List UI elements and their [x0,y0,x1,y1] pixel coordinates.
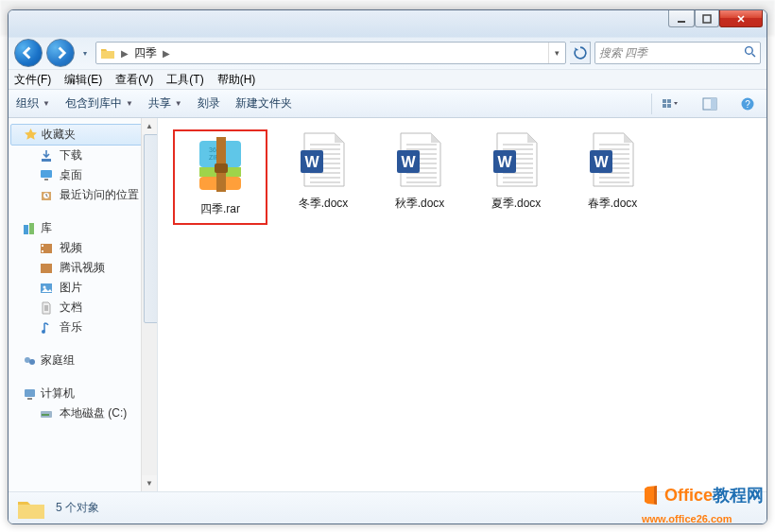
menu-bar: 文件(F) 编辑(E) 查看(V) 工具(T) 帮助(H) [9,69,766,90]
breadcrumb-dropdown[interactable]: ▾ [548,43,565,63]
svg-rect-27 [25,389,35,397]
svg-point-23 [43,285,46,288]
word-document-icon: W [293,129,353,190]
scroll-thumb[interactable] [144,134,158,323]
svg-rect-28 [27,398,32,400]
menu-help[interactable]: 帮助(H) [217,72,256,88]
breadcrumb-sep-icon: ▶ [161,48,172,59]
history-dropdown[interactable]: ▾ [78,43,92,62]
star-icon [23,128,38,143]
sidebar-item-downloads[interactable]: 下载 [9,146,157,165]
folder-icon [98,43,117,62]
word-document-icon: W [486,129,546,190]
tb-new-folder[interactable]: 新建文件夹 [235,95,292,112]
svg-rect-19 [42,245,43,247]
menu-tools[interactable]: 工具(T) [166,72,203,88]
svg-text:W: W [594,154,609,170]
status-count: 5 个对象 [56,500,99,516]
sidebar-item-pictures[interactable]: 图片 [9,278,157,298]
file-name-label: 春季.docx [588,196,638,212]
homegroup-icon [22,353,37,369]
svg-rect-20 [42,250,43,252]
maximize-button[interactable] [695,10,719,27]
sidebar-item-videos[interactable]: 视频 [9,238,157,258]
svg-point-24 [42,330,45,334]
svg-text:?: ? [745,99,750,110]
svg-rect-4 [667,99,671,103]
breadcrumb-sep-icon: ▶ [119,48,130,59]
svg-text:W: W [401,154,416,170]
watermark: Office教程网 www.office26.com [642,484,764,526]
file-name-label: 四季.rar [200,201,240,217]
svg-rect-3 [663,99,666,103]
computer-icon [22,386,37,402]
file-list[interactable]: 360 ZIP 四季.rar W 冬季.docx W 秋季.docx W 夏季.… [158,118,766,491]
breadcrumb[interactable]: ▶ 四季 ▶ ▾ [95,42,566,64]
svg-rect-5 [663,104,666,108]
toolbar: 组织▼ 包含到库中▼ 共享▼ 刻录 新建文件夹 ? [9,90,766,118]
svg-rect-8 [711,98,716,110]
file-item[interactable]: W 春季.docx [572,129,653,225]
word-document-icon: W [582,129,643,190]
sidebar-item-recent[interactable]: 最近访问的位置 [9,185,157,205]
sidebar-favorites[interactable]: 收藏夹 [10,124,155,146]
refresh-button[interactable] [570,42,591,64]
sidebar-item-tencent-video[interactable]: 腾讯视频 [9,258,157,278]
video-icon [39,241,54,256]
scroll-up-icon[interactable]: ▲ [142,118,157,134]
file-item[interactable]: W 夏季.docx [475,129,557,225]
search-placeholder: 搜索 四季 [599,45,647,61]
sidebar-libraries[interactable]: 库 [9,218,157,238]
svg-rect-0 [678,21,685,23]
view-options-button[interactable] [651,94,683,114]
menu-file[interactable]: 文件(F) [14,72,51,88]
file-item[interactable]: W 冬季.docx [283,129,364,225]
sidebar-homegroup[interactable]: 家庭组 [9,351,157,370]
sidebar-item-desktop[interactable]: 桌面 [9,165,157,185]
music-icon [39,320,54,335]
file-name-label: 夏季.docx [491,196,542,212]
svg-rect-37 [215,163,228,173]
file-name-label: 冬季.docx [299,196,349,212]
menu-view[interactable]: 查看(V) [115,72,153,88]
sidebar-computer[interactable]: 计算机 [9,384,157,403]
back-button[interactable] [14,39,43,67]
file-item[interactable]: 360 ZIP 四季.rar [173,129,267,225]
search-input[interactable]: 搜索 四季 [594,42,761,64]
pictures-icon [39,281,54,296]
scroll-down-icon[interactable]: ▼ [142,475,157,491]
svg-rect-11 [42,159,51,162]
forward-button[interactable] [46,39,75,67]
tb-burn[interactable]: 刻录 [198,95,220,112]
preview-pane-button[interactable] [698,94,721,114]
close-button[interactable] [719,10,763,27]
tb-share[interactable]: 共享▼ [148,95,182,112]
sidebar-favorites-label: 收藏夹 [42,127,76,143]
svg-rect-21 [41,264,52,273]
help-button[interactable]: ? [736,94,759,114]
sidebar-scrollbar[interactable]: ▲ ▼ [141,118,157,491]
sidebar-item-disk-c[interactable]: 本地磁盘 (C:) [9,403,157,423]
video-icon [39,261,54,276]
file-item[interactable]: W 秋季.docx [379,129,460,225]
download-icon [39,148,54,163]
recent-icon [39,188,54,203]
tb-include-in-library[interactable]: 包含到库中▼ [65,95,133,112]
minimize-button[interactable] [668,10,695,27]
libraries-icon [22,221,37,236]
word-document-icon: W [389,129,450,190]
breadcrumb-current[interactable]: 四季 [130,45,161,61]
svg-rect-16 [24,225,28,234]
body: 收藏夹 下载 桌面 最近访问的位置 库 视频 腾讯视频 图片 文档 音乐 家庭组 [9,118,766,491]
desktop-icon [39,168,54,183]
file-name-label: 秋季.docx [395,196,445,212]
documents-icon [39,300,54,316]
sidebar-item-music[interactable]: 音乐 [9,317,157,337]
menu-edit[interactable]: 编辑(E) [64,72,102,88]
sidebar: 收藏夹 下载 桌面 最近访问的位置 库 视频 腾讯视频 图片 文档 音乐 家庭组 [9,118,158,491]
sidebar-item-documents[interactable]: 文档 [9,298,157,317]
svg-point-26 [29,359,35,365]
tb-organize[interactable]: 组织▼ [16,95,50,112]
svg-text:W: W [497,154,512,170]
archive-icon: 360 ZIP [190,135,250,196]
